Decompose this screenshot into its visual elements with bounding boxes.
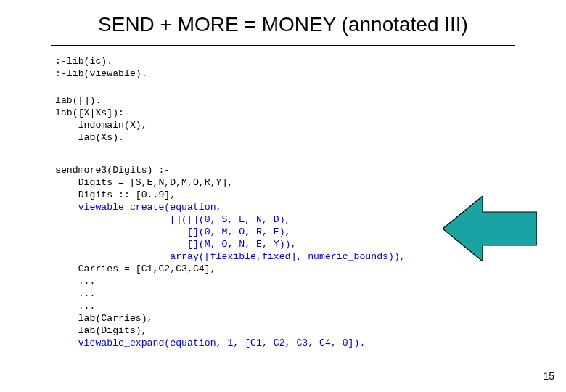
- code-line-indent: [55, 288, 78, 299]
- left-arrow-icon: [443, 196, 537, 261]
- code-line: lab(Xs).: [55, 132, 124, 143]
- arrow-shape: [443, 196, 537, 261]
- page-number: 15: [543, 370, 554, 382]
- code-line: :-lib(ic).: [55, 56, 112, 67]
- code-line-blue: array([flexible,fixed], numeric_bounds))…: [55, 251, 406, 262]
- code-line-indent: [55, 325, 78, 336]
- code-line: Digits = [S,E,N,D,M,O,R,Y],: [55, 177, 233, 188]
- code-line-blue: [](M, O, N, E, Y)),: [55, 239, 296, 250]
- code-line-blue: []([](0, S, E, N, D),: [55, 214, 290, 225]
- code-line: sendmore3(Digits) :-: [55, 165, 170, 176]
- code-line: lab([X|Xs]):-: [55, 107, 130, 118]
- code-line: lab(Digits),: [78, 325, 147, 336]
- code-line: lab(Carries),: [78, 313, 153, 324]
- code-line-indent: [55, 276, 78, 287]
- code-line-blue: viewable_expand(equation, 1, [C1, C2, C3…: [78, 338, 366, 348]
- code-line: Carries = [C1,C2,C3,C4],: [78, 264, 216, 274]
- code-line-indent: [55, 313, 78, 324]
- code-line: Digits :: [0..9],: [55, 189, 176, 200]
- code-line: ...: [78, 276, 96, 287]
- code-line-indent: [55, 202, 78, 213]
- slide: SEND + MORE = MONEY (annotated III) :-li…: [0, 0, 566, 392]
- code-block-sendmore: sendmore3(Digits) :- Digits = [S,E,N,D,M…: [55, 164, 406, 349]
- code-line-blue: [](0, M, O, R, E),: [55, 226, 290, 237]
- code-line: ...: [78, 288, 96, 299]
- code-line: lab([]).: [55, 95, 101, 106]
- code-block-lab: lab([]). lab([X|Xs]):- indomain(X), lab(…: [55, 94, 147, 144]
- code-line: indomain(X),: [55, 120, 147, 131]
- code-line: :-lib(viewable).: [55, 68, 147, 79]
- code-block-libs: :-lib(ic). :-lib(viewable).: [55, 55, 147, 80]
- code-line-indent: [55, 264, 78, 274]
- title-underline: [51, 45, 515, 46]
- code-line-blue: viewable_create(equation,: [78, 202, 222, 213]
- code-line-indent: [55, 301, 78, 311]
- page-title: SEND + MORE = MONEY (annotated III): [0, 13, 566, 36]
- code-line-indent: [55, 338, 78, 348]
- code-line: ...: [78, 301, 96, 311]
